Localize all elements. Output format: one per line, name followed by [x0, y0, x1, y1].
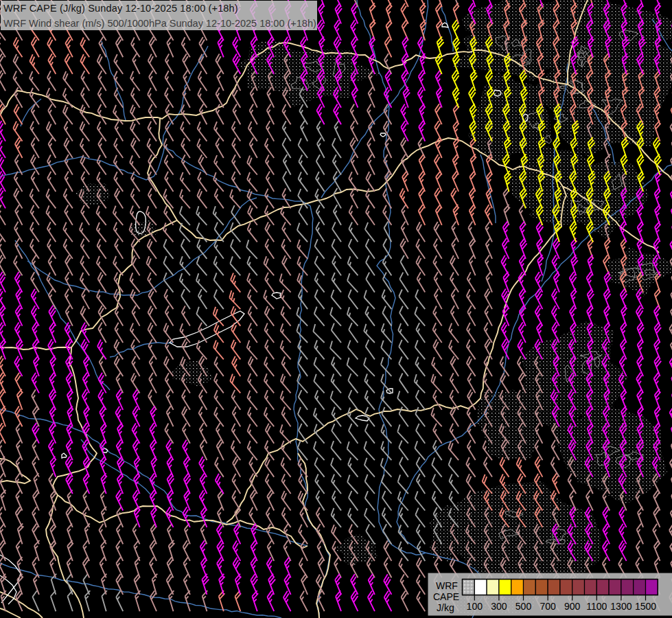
svg-text:900: 900 — [564, 601, 581, 612]
svg-text:700: 700 — [540, 601, 556, 612]
svg-text:1100: 1100 — [586, 601, 607, 612]
svg-text:CAPE: CAPE — [433, 591, 459, 602]
svg-text:WRF: WRF — [436, 580, 458, 591]
svg-text:WRF Wind shear (m/s) 500/1000h: WRF Wind shear (m/s) 500/1000hPa Sunday … — [3, 18, 316, 29]
svg-text:J/kg: J/kg — [437, 602, 454, 613]
svg-text:300: 300 — [491, 601, 507, 612]
svg-text:100: 100 — [467, 601, 483, 612]
svg-text:1300: 1300 — [610, 601, 632, 612]
svg-text:500: 500 — [515, 601, 532, 612]
svg-text:WRF CAPE (J/kg) Sunday 12-10-2: WRF CAPE (J/kg) Sunday 12-10-2025 18:00 … — [3, 3, 238, 14]
svg-text:1500: 1500 — [635, 601, 656, 612]
